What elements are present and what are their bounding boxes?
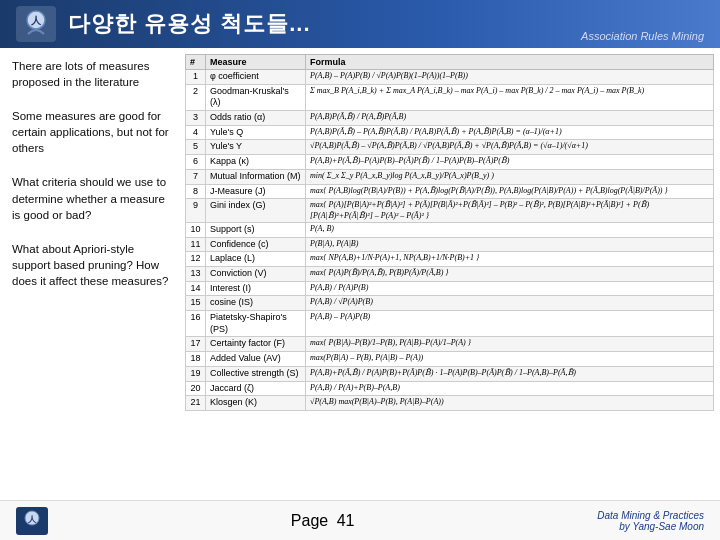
left-panel: There are lots of measures proposed in t… bbox=[0, 48, 185, 500]
table-row: 16Piatetsky-Shapiro's (PS)P(A,B) – P(A)P… bbox=[186, 311, 714, 337]
table-row: 8J-Measure (J)max{ P(A,B)log(P(B|A)/P(B)… bbox=[186, 184, 714, 199]
table-row: 5Yule's Y√P(A,B)P(Ā,B̄) – √P(A,B̄)P(Ā,B)… bbox=[186, 140, 714, 155]
credit-line1: Data Mining & Practices bbox=[597, 510, 704, 521]
cell-formula: P(A,B)+P(Ā,B̄)–P(A)P(B)–P(Ā)P(B̄) / 1–P(… bbox=[306, 155, 714, 170]
cell-formula: P(A,B)+P(Ā,B̄) / P(A)P(B)+P(Ā)P(B̄) · 1–… bbox=[306, 366, 714, 381]
footer: 人 Page 41 Data Mining & Practices by Yan… bbox=[0, 500, 720, 540]
page-number: 41 bbox=[337, 512, 355, 529]
cell-measure: Yule's Y bbox=[206, 140, 306, 155]
table-row: 15cosine (IS)P(A,B) / √P(A)P(B) bbox=[186, 296, 714, 311]
page-number-block: Page 41 bbox=[291, 512, 355, 530]
svg-text:人: 人 bbox=[30, 15, 42, 26]
cell-formula: √P(A,B)P(Ā,B̄) – √P(A,B̄)P(Ā,B) / √P(A,B… bbox=[306, 140, 714, 155]
cell-num: 17 bbox=[186, 337, 206, 352]
table-row: 1φ coefficientP(A,B) – P(A)P(B) / √P(A)P… bbox=[186, 70, 714, 85]
cell-measure: Confidence (c) bbox=[206, 237, 306, 252]
table-row: 11Confidence (c)P(B|A), P(A|B) bbox=[186, 237, 714, 252]
cell-num: 10 bbox=[186, 222, 206, 237]
cell-measure: Laplace (L) bbox=[206, 252, 306, 267]
footer-logo-icon: 人 bbox=[16, 507, 48, 535]
cell-num: 14 bbox=[186, 281, 206, 296]
cell-measure: Klosgen (K) bbox=[206, 396, 306, 411]
cell-formula: √P(A,B) max(P(B|A)–P(B), P(A|B)–P(A)) bbox=[306, 396, 714, 411]
page-label: Page bbox=[291, 512, 328, 529]
footer-credit: Data Mining & Practices by Yang-Sae Moon bbox=[597, 510, 704, 532]
cell-formula: P(A,B)P(Ā,B̄) / P(A,B̄)P(Ā,B) bbox=[306, 111, 714, 126]
cell-num: 9 bbox=[186, 199, 206, 223]
cell-formula: P(A,B) / P(A)+P(B)–P(A,B) bbox=[306, 381, 714, 396]
col-header-num: # bbox=[186, 55, 206, 70]
cell-measure: Goodman-Kruskal's (λ) bbox=[206, 84, 306, 110]
cell-measure: Interest (I) bbox=[206, 281, 306, 296]
cell-formula: P(A,B)P(Ā,B̄) – P(A,B̄)P(Ā,B) / P(A,B)P(… bbox=[306, 125, 714, 140]
cell-measure: Kappa (κ) bbox=[206, 155, 306, 170]
table-header-row: # Measure Formula bbox=[186, 55, 714, 70]
cell-formula: max{ P(A)P(B̄)/P(A,B̄), P(B)P(Ā)/P(Ā,B) … bbox=[306, 267, 714, 282]
cell-num: 2 bbox=[186, 84, 206, 110]
table-row: 13Conviction (V)max{ P(A)P(B̄)/P(A,B̄), … bbox=[186, 267, 714, 282]
cell-num: 7 bbox=[186, 169, 206, 184]
cell-measure: Added Value (AV) bbox=[206, 352, 306, 367]
left-item-3: What criteria should we use to determine… bbox=[12, 174, 173, 222]
table-row: 18Added Value (AV)max(P(B|A) – P(B), P(A… bbox=[186, 352, 714, 367]
cell-num: 18 bbox=[186, 352, 206, 367]
cell-measure: Mutual Information (M) bbox=[206, 169, 306, 184]
cell-measure: φ coefficient bbox=[206, 70, 306, 85]
table-row: 21Klosgen (K)√P(A,B) max(P(B|A)–P(B), P(… bbox=[186, 396, 714, 411]
cell-formula: P(A,B) / P(A)P(B) bbox=[306, 281, 714, 296]
cell-num: 16 bbox=[186, 311, 206, 337]
cell-formula: min( Σ_x Σ_y P(A_x,B_y)log P(A_x,B_y)/P(… bbox=[306, 169, 714, 184]
table-row: 17Certainty factor (F)max{ P(B|A)–P(B)/1… bbox=[186, 337, 714, 352]
cell-measure: Piatetsky-Shapiro's (PS) bbox=[206, 311, 306, 337]
cell-formula: max(P(B|A) – P(B), P(A|B) – P(A)) bbox=[306, 352, 714, 367]
cell-num: 6 bbox=[186, 155, 206, 170]
cell-measure: cosine (IS) bbox=[206, 296, 306, 311]
col-header-formula: Formula bbox=[306, 55, 714, 70]
cell-measure: J-Measure (J) bbox=[206, 184, 306, 199]
cell-formula: P(A,B) – P(A)P(B) / √P(A)P(B)(1–P(A))(1–… bbox=[306, 70, 714, 85]
cell-num: 3 bbox=[186, 111, 206, 126]
association-rules-label: Association Rules Mining bbox=[581, 30, 704, 42]
cell-num: 4 bbox=[186, 125, 206, 140]
cell-measure: Certainty factor (F) bbox=[206, 337, 306, 352]
cell-formula: max{ P(A,B)log(P(B|A)/P(B)) + P(A,B̄)log… bbox=[306, 184, 714, 199]
left-text-1: There are lots of measures proposed in t… bbox=[12, 60, 149, 88]
cell-formula: P(B|A), P(A|B) bbox=[306, 237, 714, 252]
cell-num: 5 bbox=[186, 140, 206, 155]
cell-measure: Collective strength (S) bbox=[206, 366, 306, 381]
cell-num: 20 bbox=[186, 381, 206, 396]
cell-num: 13 bbox=[186, 267, 206, 282]
svg-text:人: 人 bbox=[27, 515, 37, 524]
table-row: 12Laplace (L)max{ NP(A,B)+1/N·P(A)+1, NP… bbox=[186, 252, 714, 267]
table-row: 7Mutual Information (M)min( Σ_x Σ_y P(A_… bbox=[186, 169, 714, 184]
cell-num: 15 bbox=[186, 296, 206, 311]
cell-measure: Yule's Q bbox=[206, 125, 306, 140]
cell-measure: Jaccard (ζ) bbox=[206, 381, 306, 396]
cell-num: 19 bbox=[186, 366, 206, 381]
table-row: 3Odds ratio (α)P(A,B)P(Ā,B̄) / P(A,B̄)P(… bbox=[186, 111, 714, 126]
table-row: 4Yule's QP(A,B)P(Ā,B̄) – P(A,B̄)P(Ā,B) /… bbox=[186, 125, 714, 140]
cell-formula: max{ P(B|A)–P(B)/1–P(B), P(A|B)–P(A)/1–P… bbox=[306, 337, 714, 352]
cell-formula: Σ max_B P(A_i,B_k) + Σ max_A P(A_i,B_k) … bbox=[306, 84, 714, 110]
cell-num: 11 bbox=[186, 237, 206, 252]
cell-measure: Support (s) bbox=[206, 222, 306, 237]
footer-logo: 人 bbox=[16, 507, 48, 535]
table-area: # Measure Formula 1φ coefficientP(A,B) –… bbox=[185, 48, 720, 500]
table-body: 1φ coefficientP(A,B) – P(A)P(B) / √P(A)P… bbox=[186, 70, 714, 411]
table-row: 6Kappa (κ)P(A,B)+P(Ā,B̄)–P(A)P(B)–P(Ā)P(… bbox=[186, 155, 714, 170]
cell-formula: max{ NP(A,B)+1/N·P(A)+1, NP(A,B)+1/N·P(B… bbox=[306, 252, 714, 267]
measures-table: # Measure Formula 1φ coefficientP(A,B) –… bbox=[185, 54, 714, 411]
main-content: There are lots of measures proposed in t… bbox=[0, 48, 720, 500]
left-text-4: What about Apriori-style support based p… bbox=[12, 243, 168, 287]
col-header-measure: Measure bbox=[206, 55, 306, 70]
table-row: 20Jaccard (ζ)P(A,B) / P(A)+P(B)–P(A,B) bbox=[186, 381, 714, 396]
table-row: 2Goodman-Kruskal's (λ)Σ max_B P(A_i,B_k)… bbox=[186, 84, 714, 110]
left-item-2: Some measures are good for certain appli… bbox=[12, 108, 173, 156]
cell-formula: P(A,B) – P(A)P(B) bbox=[306, 311, 714, 337]
cell-num: 12 bbox=[186, 252, 206, 267]
cell-measure: Conviction (V) bbox=[206, 267, 306, 282]
header: 人 다양한 유용성 척도들... Association Rules Minin… bbox=[0, 0, 720, 48]
credit-line2: by Yang-Sae Moon bbox=[619, 521, 704, 532]
left-text-3: What criteria should we use to determine… bbox=[12, 176, 166, 220]
table-row: 19Collective strength (S)P(A,B)+P(Ā,B̄) … bbox=[186, 366, 714, 381]
